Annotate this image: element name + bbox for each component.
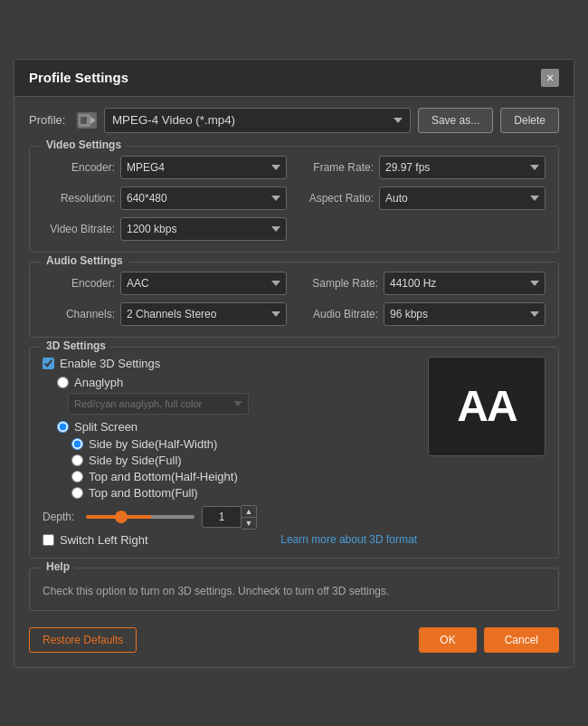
channels-row: Channels: 2 Channels Stereo [43,302,287,326]
profile-row: Profile: MPEG-4 Video (*.mp4) Save as...… [29,108,559,133]
side-by-side-full-label: Side by Side(Full) [89,454,182,467]
resolution-row: Resolution: 640*480 [43,186,287,210]
sample-rate-label: Sample Rate: [301,277,378,290]
audio-encoder-row: Encoder: AAC [43,272,287,295]
encoder-label: Encoder: [43,161,115,174]
profile-label: Profile: [29,113,70,127]
footer-right: OK Cancel [419,627,559,653]
audio-left-col: Encoder: AAC Channels: 2 Channels Stereo [43,272,287,326]
enable-3d-row: Enable 3D Settings [43,357,417,370]
3d-preview: AA [428,357,545,456]
depth-slider[interactable] [86,515,194,519]
video-bitrate-label: Video Bitrate: [43,223,115,235]
video-right-col: Frame Rate: 29.97 fps Aspect Ratio: Auto [301,156,545,241]
audio-settings-grid: Encoder: AAC Channels: 2 Channels Stereo [43,272,545,326]
delete-button[interactable]: Delete [500,108,559,133]
3d-settings-section: 3D Settings Enable 3D Settings Anaglyph [29,347,559,559]
channels-label: Channels: [43,308,115,320]
audio-settings-title: Audio Settings [41,254,128,267]
audio-encoder-label: Encoder: [43,277,115,290]
anaglyph-radio[interactable] [57,377,69,388]
encoder-row: Encoder: MPEG4 [43,156,287,179]
enable-3d-checkbox[interactable] [43,358,54,369]
video-bitrate-select[interactable]: 1200 kbps [120,217,287,241]
switch-lr-checkbox[interactable] [43,534,54,546]
depth-spin-buttons: ▲ ▼ [242,505,257,530]
3d-settings-title: 3D Settings [41,339,111,352]
resolution-select[interactable]: 640*480 [120,186,287,210]
footer-row: Restore Defaults OK Cancel [29,622,559,656]
top-bottom-half-row: Top and Bottom(Half-Height) [71,470,417,483]
help-section: Help Check this option to turn on 3D set… [29,568,559,611]
title-bar: Profile Settings × [14,60,574,97]
top-bottom-half-label: Top and Bottom(Half-Height) [89,470,238,483]
frame-rate-row: Frame Rate: 29.97 fps [301,156,545,179]
anaglyph-row: Anaglyph [57,376,417,389]
top-bottom-full-radio[interactable] [71,487,83,499]
aspect-ratio-label: Aspect Ratio: [301,192,374,205]
svg-marker-1 [90,117,95,124]
aspect-ratio-row: Aspect Ratio: Auto [301,186,545,210]
audio-bitrate-select[interactable]: 96 kbps [384,302,545,326]
side-by-side-half-label: Side by Side(Half-Width) [89,437,217,451]
split-screen-label[interactable]: Split Screen [74,420,138,434]
audio-bitrate-row: Audio Bitrate: 96 kbps [301,302,545,326]
profile-settings-dialog: Profile Settings × Profile: MPEG-4 Video… [14,59,574,668]
audio-settings-section: Audio Settings Encoder: AAC Channels: 2 … [29,262,559,338]
3d-settings-row: Enable 3D Settings Anaglyph Red/cyan ana… [43,357,545,547]
side-by-side-half-row: Side by Side(Half-Width) [71,437,417,451]
dialog-title: Profile Settings [29,70,128,85]
channels-select[interactable]: 2 Channels Stereo [120,302,287,326]
anaglyph-label[interactable]: Anaglyph [74,376,123,389]
sample-rate-select[interactable]: 44100 Hz [384,272,545,295]
preview-text: AA [457,381,516,431]
video-settings-grid: Encoder: MPEG4 Resolution: 640*480 Video… [43,156,545,241]
ok-button[interactable]: OK [419,627,476,653]
resolution-label: Resolution: [43,192,115,205]
cancel-button[interactable]: Cancel [484,627,559,653]
switch-learn-row: Switch Left Right Learn more about 3D fo… [43,533,417,547]
switch-lr-row: Switch Left Right [43,533,148,547]
profile-select[interactable]: MPEG-4 Video (*.mp4) [104,108,411,133]
svg-rect-2 [81,117,87,124]
profile-icon [77,112,97,129]
close-button[interactable]: × [541,69,559,87]
depth-spinner: ▲ ▼ [202,505,257,530]
dialog-body: Profile: MPEG-4 Video (*.mp4) Save as...… [14,97,574,667]
depth-number-input[interactable] [202,506,242,528]
video-left-col: Encoder: MPEG4 Resolution: 640*480 Video… [43,156,287,241]
video-settings-title: Video Settings [41,139,127,151]
frame-rate-select[interactable]: 29.97 fps [379,156,545,179]
restore-defaults-button[interactable]: Restore Defaults [29,627,137,653]
side-by-side-full-radio[interactable] [71,454,83,466]
side-by-side-full-row: Side by Side(Full) [71,454,417,467]
learn-more-link[interactable]: Learn more about 3D format [280,533,417,546]
depth-label: Depth: [43,511,79,523]
video-icon [79,114,95,127]
anaglyph-type-select[interactable]: Red/cyan anaglyph, full color [68,393,249,415]
top-bottom-full-row: Top and Bottom(Full) [71,486,417,500]
split-screen-row: Split Screen [57,420,417,434]
3d-left-col: Enable 3D Settings Anaglyph Red/cyan ana… [43,357,417,547]
save-as-button[interactable]: Save as... [418,108,493,133]
switch-lr-label[interactable]: Switch Left Right [60,533,148,547]
split-screen-radio[interactable] [57,421,69,433]
video-settings-section: Video Settings Encoder: MPEG4 Resolution… [29,146,559,253]
help-text: Check this option to turn on 3D settings… [43,583,545,599]
depth-row: Depth: ▲ ▼ [43,505,417,530]
aspect-ratio-select[interactable]: Auto [379,186,545,210]
depth-increment-button[interactable]: ▲ [242,506,256,517]
frame-rate-label: Frame Rate: [301,161,374,174]
video-bitrate-row: Video Bitrate: 1200 kbps [43,217,287,241]
audio-right-col: Sample Rate: 44100 Hz Audio Bitrate: 96 … [301,272,545,326]
depth-decrement-button[interactable]: ▼ [242,518,256,529]
audio-encoder-select[interactable]: AAC [120,272,287,295]
audio-bitrate-label: Audio Bitrate: [301,308,378,320]
help-title: Help [41,560,75,573]
encoder-select[interactable]: MPEG4 [120,156,287,179]
sample-rate-row: Sample Rate: 44100 Hz [301,272,545,295]
side-by-side-half-radio[interactable] [71,438,83,450]
enable-3d-label[interactable]: Enable 3D Settings [60,357,160,370]
top-bottom-half-radio[interactable] [71,471,83,482]
top-bottom-full-label: Top and Bottom(Full) [89,486,198,500]
